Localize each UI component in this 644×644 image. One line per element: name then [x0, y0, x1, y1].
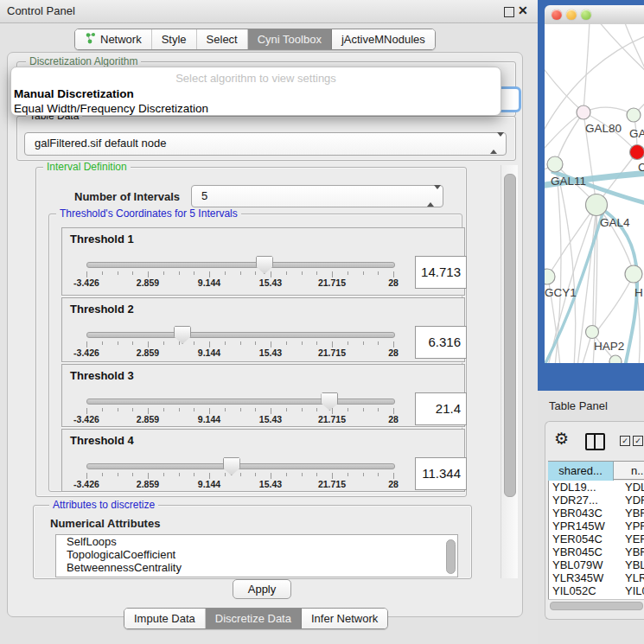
table-row[interactable]: YBL079WYBL0... — [549, 558, 644, 571]
tab-impute-data[interactable]: Impute Data — [124, 609, 206, 628]
cell-shared-name[interactable]: YBR045C — [552, 545, 615, 558]
network-edge[interactable] — [598, 274, 634, 329]
threshold-2-slider[interactable] — [86, 332, 395, 338]
threshold-2-slider-thumb[interactable] — [174, 326, 191, 344]
minimize-traffic-light[interactable] — [566, 10, 577, 20]
network-edge[interactable] — [583, 24, 590, 112]
panel-scrollbar-thumb[interactable] — [504, 174, 516, 497]
threshold-1-value-field[interactable]: 14.713 — [415, 256, 467, 289]
cell-shared-name[interactable]: YBL079W — [552, 558, 615, 571]
threshold-1-slider[interactable] — [86, 262, 395, 268]
network-edge[interactable] — [545, 63, 583, 112]
network-edge[interactable] — [624, 24, 644, 72]
cell-shared-name[interactable]: YER054C — [552, 532, 615, 545]
threshold-2-value-field[interactable]: 6.316 — [415, 326, 467, 359]
network-node-h[interactable] — [625, 265, 642, 283]
popup-item-manual-discretization[interactable]: Manual Discretization — [14, 87, 134, 100]
table-row[interactable]: YBR043CYBR0... — [549, 507, 644, 520]
network-window-titlebar[interactable] — [545, 5, 644, 25]
threshold-4-slider[interactable] — [86, 463, 395, 469]
tab-cyni-toolbox[interactable]: Cyni Toolbox — [248, 29, 332, 49]
network-window: GAL80GACGAL11GAL4GCY1HHAP2 — [538, 0, 644, 391]
combo-stepper-icon[interactable] — [490, 137, 498, 150]
network-node-gal11[interactable] — [547, 156, 563, 172]
column-header-name[interactable]: n... — [614, 461, 644, 480]
network-canvas[interactable]: GAL80GACGAL11GAL4GCY1HHAP2 — [545, 24, 644, 363]
attribute-item-betweennesscentrality[interactable]: BetweennessCentrality — [56, 561, 457, 574]
cell-name[interactable]: YDL1... — [625, 481, 644, 494]
threshold-4-value-field[interactable]: 11.344 — [415, 457, 467, 490]
checkbox-icon[interactable]: ✓ — [633, 436, 643, 446]
tab-infer-network[interactable]: Infer Network — [302, 609, 387, 628]
network-edge[interactable] — [556, 112, 583, 163]
list-scrollbar-thumb[interactable] — [446, 539, 456, 574]
cell-shared-name[interactable]: YPR145W — [552, 520, 615, 532]
float-window-icon[interactable] — [504, 7, 514, 17]
column-view-icon[interactable] — [585, 433, 605, 450]
threshold-4-label: Threshold 4 — [70, 434, 134, 447]
network-edge[interactable] — [598, 24, 644, 74]
network-edge[interactable] — [583, 107, 634, 115]
node-label-gal11: GAL11 — [551, 175, 586, 188]
gear-icon[interactable]: ⚙ — [554, 430, 569, 447]
network-node-hap2[interactable] — [586, 326, 599, 339]
number-of-intervals-combobox[interactable]: 5 — [191, 185, 443, 207]
tab-style[interactable]: Style — [152, 29, 197, 49]
cell-name[interactable]: YBL0... — [625, 558, 644, 571]
table-row[interactable]: YER054CYER0... — [549, 532, 644, 545]
threshold-3-value-field[interactable]: 21.4 — [415, 392, 467, 425]
cell-name[interactable]: YDR2... — [625, 494, 644, 507]
close-icon[interactable]: ✕ — [518, 3, 528, 17]
table-row[interactable]: YDR27...YDR2... — [549, 494, 644, 507]
cell-name[interactable]: YBR0... — [625, 507, 644, 520]
network-node-gcy1[interactable] — [545, 269, 555, 284]
numerical-attributes-list[interactable]: SelfLoopsTopologicalCoefficientBetweenne… — [55, 534, 458, 577]
cell-name[interactable]: YER0... — [625, 532, 644, 545]
threshold-3-slider-thumb[interactable] — [321, 392, 338, 411]
table-body[interactable]: YDL19...YDL1...YDR27...YDR2...YBR043CYBR… — [548, 481, 644, 599]
network-node-c[interactable] — [630, 145, 644, 160]
table-row[interactable]: YBR045CYBR0... — [549, 545, 644, 558]
table-data-combobox[interactable]: galFiltered.sif default node — [24, 132, 507, 156]
network-node-ga[interactable] — [627, 108, 641, 122]
cell-shared-name[interactable]: YIL052C — [552, 584, 615, 597]
tick-mark — [348, 271, 348, 275]
popup-hint: Select algorithm to view settings — [11, 72, 501, 85]
table-row[interactable]: YLR345WYLR3... — [549, 571, 644, 584]
close-traffic-light[interactable] — [552, 10, 562, 20]
tab-network[interactable]: Network — [75, 29, 152, 49]
attribute-item-selfloops[interactable]: SelfLoops — [56, 535, 457, 548]
cell-shared-name[interactable]: YDR27... — [552, 494, 615, 507]
table-row[interactable]: YIL052CYIL0... — [549, 584, 644, 597]
cell-shared-name[interactable]: YBR043C — [552, 507, 615, 520]
table-hscrollbar[interactable] — [548, 599, 644, 609]
tick-mark — [148, 341, 149, 348]
tab-select[interactable]: Select — [197, 29, 248, 49]
checkbox-icon[interactable]: ✓ — [620, 436, 630, 446]
cell-shared-name[interactable]: YDL19... — [552, 481, 615, 494]
cell-name[interactable]: YBR0... — [625, 545, 644, 558]
cell-name[interactable]: YIL0... — [625, 584, 644, 597]
network-node[interactable] — [609, 355, 622, 363]
network-node-gal80[interactable] — [577, 105, 590, 119]
tick-mark — [225, 473, 226, 476]
apply-button[interactable]: Apply — [233, 579, 291, 599]
combo-stepper-icon[interactable] — [427, 189, 435, 202]
cell-name[interactable]: YPR1... — [625, 520, 644, 532]
threshold-4-slider-thumb[interactable] — [223, 457, 240, 475]
cell-shared-name[interactable]: YLR345W — [552, 571, 615, 584]
tab-jactivemnodules[interactable]: jActiveMNodules — [332, 29, 435, 49]
tick-mark — [102, 408, 103, 411]
threshold-3-slider[interactable] — [86, 399, 395, 405]
network-node-gal4[interactable] — [586, 194, 608, 216]
attribute-item-topologicalcoefficient[interactable]: TopologicalCoefficient — [56, 548, 457, 561]
table-hscrollbar-thumb[interactable] — [550, 602, 643, 610]
cell-name[interactable]: YLR3... — [625, 571, 644, 584]
column-header-shared-name[interactable]: shared... — [548, 461, 614, 481]
table-row[interactable]: YDL19...YDL1... — [549, 481, 644, 494]
popup-item-equal-width[interactable]: Equal Width/Frequency Discretization — [14, 102, 208, 115]
tab-discretize-data[interactable]: Discretize Data — [206, 609, 302, 628]
panel-scrollbar[interactable] — [501, 165, 518, 578]
zoom-traffic-light[interactable] — [581, 10, 591, 20]
table-row[interactable]: YPR145WYPR1... — [549, 520, 644, 532]
